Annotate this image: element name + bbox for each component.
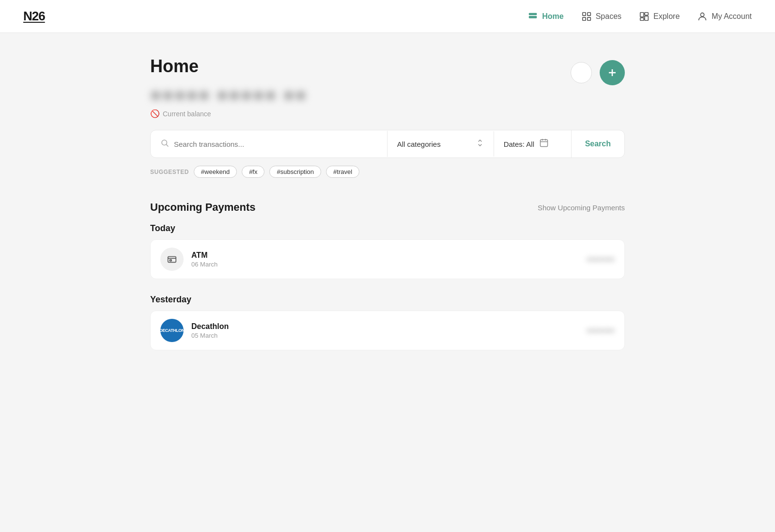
atm-date: 06 March <box>191 261 579 268</box>
search-bar: All categories Dates: All Search <box>150 130 625 158</box>
calendar-icon <box>539 138 549 150</box>
period-yesterday: Yesterday <box>150 295 625 305</box>
page-header: Home ●●●●● ●●●●● ●● 🚫 Current balance <box>150 56 625 118</box>
svg-rect-3 <box>588 12 590 15</box>
download-button[interactable] <box>571 62 592 83</box>
add-button[interactable] <box>600 60 625 85</box>
svg-point-10 <box>701 13 704 16</box>
main-content: Home ●●●●● ●●●●● ●● 🚫 Current balance <box>121 33 654 376</box>
svg-rect-4 <box>582 17 585 20</box>
atm-icon <box>160 248 184 271</box>
dates-filter[interactable]: Dates: All <box>494 130 572 157</box>
dates-label: Dates: All <box>504 140 534 148</box>
svg-point-13 <box>162 140 167 145</box>
search-input-wrap[interactable] <box>151 131 388 157</box>
tag-weekend[interactable]: #weekend <box>194 166 237 178</box>
main-nav: Home Spaces <box>527 9 752 24</box>
account-icon <box>697 11 708 22</box>
categories-dropdown[interactable]: All categories <box>388 131 494 156</box>
nav-home-label: Home <box>542 12 563 21</box>
spaces-icon <box>581 11 592 22</box>
svg-rect-8 <box>645 16 648 20</box>
decathlon-icon: DECATHLON <box>160 319 184 342</box>
decathlon-date: 05 March <box>191 332 579 339</box>
upcoming-payments-header: Upcoming Payments Show Upcoming Payments <box>150 201 625 214</box>
svg-rect-0 <box>529 13 537 15</box>
svg-line-14 <box>166 144 168 146</box>
nav-item-home[interactable]: Home <box>527 9 563 24</box>
nav-myaccount-label: My Account <box>712 12 752 21</box>
categories-label: All categories <box>397 140 441 148</box>
search-button[interactable]: Search <box>572 132 624 156</box>
sort-icon <box>476 139 484 149</box>
suggested-tags-row: SUGGESTED #weekend #fx #subscription #tr… <box>150 166 625 178</box>
svg-rect-15 <box>541 140 548 146</box>
home-icon <box>527 11 538 22</box>
svg-rect-21 <box>170 260 171 261</box>
transaction-atm[interactable]: ATM 06 March ●●●●●● <box>150 239 625 279</box>
atm-info: ATM 06 March <box>191 251 579 268</box>
search-input[interactable] <box>174 140 377 148</box>
svg-rect-7 <box>645 12 648 15</box>
eye-slash-icon: 🚫 <box>150 109 160 118</box>
svg-rect-19 <box>168 257 176 263</box>
nav-item-myaccount[interactable]: My Account <box>697 9 752 24</box>
upcoming-payments-section: Upcoming Payments Show Upcoming Payments… <box>150 201 625 279</box>
plus-icon <box>606 67 618 78</box>
upcoming-payments-title: Upcoming Payments <box>150 201 256 214</box>
nav-item-spaces[interactable]: Spaces <box>581 9 621 24</box>
logo[interactable]: N26 <box>23 9 45 24</box>
atm-amount: ●●●●●● <box>587 255 615 264</box>
svg-rect-1 <box>529 16 537 18</box>
balance-amount: ●●●●● ●●●●● ●● <box>150 84 308 105</box>
balance-label: 🚫 Current balance <box>150 109 308 118</box>
atm-name: ATM <box>191 251 579 260</box>
explore-icon <box>639 11 650 22</box>
balance-section: Home ●●●●● ●●●●● ●● 🚫 Current balance <box>150 56 308 118</box>
svg-rect-2 <box>582 12 585 15</box>
yesterday-section: Yesterday DECATHLON Decathlon 05 March ●… <box>150 295 625 350</box>
svg-rect-5 <box>588 17 590 20</box>
decathlon-amount: ●●●●●● <box>587 326 615 335</box>
tag-travel[interactable]: #travel <box>326 166 359 178</box>
show-upcoming-link[interactable]: Show Upcoming Payments <box>538 203 625 212</box>
page-actions <box>571 60 625 85</box>
svg-rect-9 <box>640 17 644 20</box>
nav-spaces-label: Spaces <box>596 12 621 21</box>
page-title: Home <box>150 56 308 77</box>
header: N26 Home Spaces <box>0 0 775 33</box>
suggested-label: SUGGESTED <box>150 169 189 175</box>
search-icon <box>160 139 169 149</box>
transaction-decathlon[interactable]: DECATHLON Decathlon 05 March ●●●●●● <box>150 311 625 350</box>
nav-explore-label: Explore <box>653 12 680 21</box>
period-today: Today <box>150 223 625 234</box>
svg-rect-6 <box>640 12 644 16</box>
decathlon-name: Decathlon <box>191 322 579 331</box>
tag-subscription[interactable]: #subscription <box>269 166 321 178</box>
decathlon-info: Decathlon 05 March <box>191 322 579 339</box>
nav-item-explore[interactable]: Explore <box>639 9 680 24</box>
tag-fx[interactable]: #fx <box>242 166 264 178</box>
